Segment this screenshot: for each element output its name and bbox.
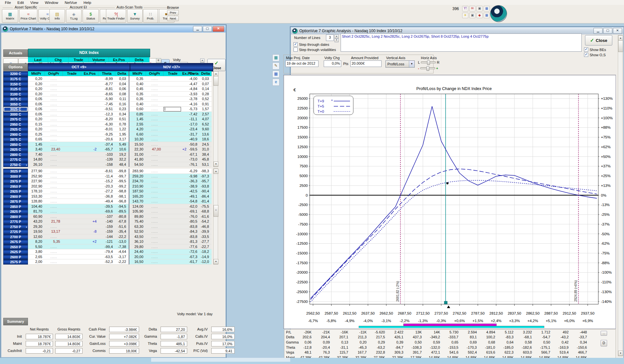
strike-button[interactable]: 2800 P	[3, 214, 28, 219]
cell-mktpr[interactable]: 0,35	[129, 97, 146, 101]
cell-value[interactable]: 167,7	[352, 350, 371, 354]
cell-origpr[interactable]: .....	[146, 82, 163, 86]
cell-origpr[interactable]: .....	[146, 209, 163, 214]
strike-button[interactable]: 3025 C	[3, 107, 28, 112]
cell-theta[interactable]: -107	[98, 214, 115, 219]
cell-delta[interactable]: -27,7	[200, 239, 212, 244]
strike-button[interactable]: 2600 P	[3, 254, 28, 260]
cell-trade[interactable]	[63, 162, 81, 167]
strike-button[interactable]: 2850 P	[3, 204, 28, 209]
strike-button[interactable]: 2800 C	[3, 152, 28, 157]
cell-value[interactable]: 83,1	[462, 335, 481, 339]
cell-theta[interactable]: -8,81	[98, 86, 115, 91]
horiz-axis-slider[interactable]: LR	[418, 60, 439, 64]
cell-delta[interactable]: -98,3	[200, 169, 212, 174]
cell-value[interactable]: 202,6	[297, 335, 316, 339]
cell-origpr[interactable]: .....	[146, 127, 163, 132]
cell-delta[interactable]: -13,0	[115, 239, 129, 244]
cell-theta[interactable]: -140	[98, 219, 115, 224]
grid-icon[interactable]: ▦	[272, 71, 280, 78]
cell-mktpr[interactable]: 12,60	[28, 234, 45, 239]
cell-expos[interactable]	[81, 92, 98, 97]
cell-theta[interactable]: -69,6	[98, 209, 115, 214]
cell-expos[interactable]	[182, 86, 188, 91]
cell-expos[interactable]	[182, 152, 188, 157]
cell-mktpr[interactable]: 20,00	[129, 254, 146, 259]
cell-expos[interactable]	[182, 249, 188, 254]
cell-trade[interactable]	[163, 204, 182, 209]
cell-trade[interactable]	[163, 107, 182, 111]
cell-theta[interactable]: -159	[98, 229, 115, 234]
cell-expos[interactable]	[182, 157, 188, 162]
cell-value[interactable]: 0,69	[462, 340, 481, 344]
cell-expos[interactable]	[182, 107, 188, 111]
cell-origpr[interactable]: .....	[45, 86, 63, 91]
menu-netvue[interactable]: NetVue	[62, 0, 80, 5]
cell-expos[interactable]	[81, 152, 98, 157]
cell-value[interactable]: -175,1	[536, 345, 554, 349]
cell-theta[interactable]: -4,16	[188, 102, 200, 107]
cell-origpr[interactable]: .....	[45, 122, 63, 127]
cell-mktpr[interactable]: 2,65	[28, 254, 45, 259]
cell-delta[interactable]: -18,2	[200, 249, 212, 254]
cell-theta[interactable]: -39,5	[98, 204, 115, 209]
cell-expos[interactable]	[81, 214, 98, 219]
cell-origpr[interactable]: .....	[45, 179, 63, 184]
cell-mktpr[interactable]: 14,80	[28, 157, 45, 162]
cell-trade[interactable]	[63, 254, 81, 259]
cell-theta[interactable]: -99,4	[98, 244, 115, 249]
cell-trade[interactable]	[63, 194, 81, 199]
cell-expos[interactable]	[182, 169, 188, 174]
cell-delta[interactable]: -3,17	[115, 254, 129, 259]
cell-theta[interactable]: -8,77	[98, 82, 115, 86]
cell-theta[interactable]: -73,0	[188, 157, 200, 162]
cell-trade[interactable]	[163, 229, 182, 234]
cell-mktpr[interactable]: 54,50	[129, 162, 146, 167]
cell-mktpr[interactable]: 143,70	[129, 199, 146, 204]
cell-expos[interactable]	[182, 127, 188, 132]
cell-origpr[interactable]: .....	[146, 179, 163, 184]
cell-origpr[interactable]: .....	[146, 92, 163, 97]
cell-value[interactable]: -150,6	[573, 345, 591, 349]
number-of-lines-field[interactable]: 3	[326, 34, 334, 41]
cell-value[interactable]: 0,29	[370, 340, 389, 344]
cell-delta[interactable]: 3,17	[115, 137, 129, 142]
cell-value[interactable]: -68,1	[517, 335, 536, 339]
cell-trade[interactable]	[163, 259, 182, 264]
cell-expos[interactable]	[81, 142, 98, 147]
cell-trade[interactable]	[63, 152, 81, 157]
cell-value[interactable]: -163,9	[554, 345, 573, 349]
cell-expos[interactable]	[182, 254, 188, 259]
strike-button[interactable]: 2650 P	[3, 244, 28, 250]
cell-delta[interactable]: 32,2	[115, 157, 129, 162]
trade-input[interactable]	[163, 107, 181, 111]
cell-trade[interactable]	[163, 224, 182, 229]
cell-theta[interactable]: -8,01	[98, 127, 115, 132]
cell-delta[interactable]: 0,06	[115, 86, 129, 91]
cell-theta[interactable]: -9,25	[98, 132, 115, 137]
cell-value[interactable]: 566,7	[536, 350, 554, 354]
cell-expos[interactable]	[182, 117, 188, 122]
month-header-oct[interactable]: OCT <9>	[28, 63, 130, 72]
cell-theta[interactable]: -7,42	[188, 112, 200, 117]
cell-delta[interactable]: -96,8	[115, 199, 129, 204]
cell-theta[interactable]: -159	[98, 224, 115, 229]
cell-expos[interactable]	[182, 199, 188, 204]
cell-mktpr[interactable]: 0,05	[28, 97, 45, 101]
cell-theta[interactable]: -76,1	[188, 162, 200, 167]
cell-mktpr[interactable]: 0,85	[129, 112, 146, 117]
cell-trade[interactable]	[63, 234, 81, 239]
cell-delta[interactable]: -22,2	[115, 234, 129, 239]
cell-theta[interactable]: -4,47	[188, 82, 200, 86]
slider-thumb[interactable]	[427, 60, 430, 65]
cell-mktpr[interactable]: 89,80	[129, 214, 146, 219]
cell-theta[interactable]: -31,7	[188, 132, 200, 137]
cell-delta[interactable]: -67,8	[115, 219, 129, 224]
cell-origpr[interactable]: .....	[45, 132, 63, 137]
strike-button[interactable]: 2925 C	[3, 127, 28, 132]
cell-mktpr[interactable]: 0,20	[28, 82, 45, 86]
strike-button[interactable]: 2825 P	[3, 209, 28, 214]
cell-trade[interactable]	[63, 214, 81, 219]
cell-theta[interactable]: -54,8	[188, 199, 200, 204]
strike-button[interactable]: 2950 P	[3, 184, 28, 189]
